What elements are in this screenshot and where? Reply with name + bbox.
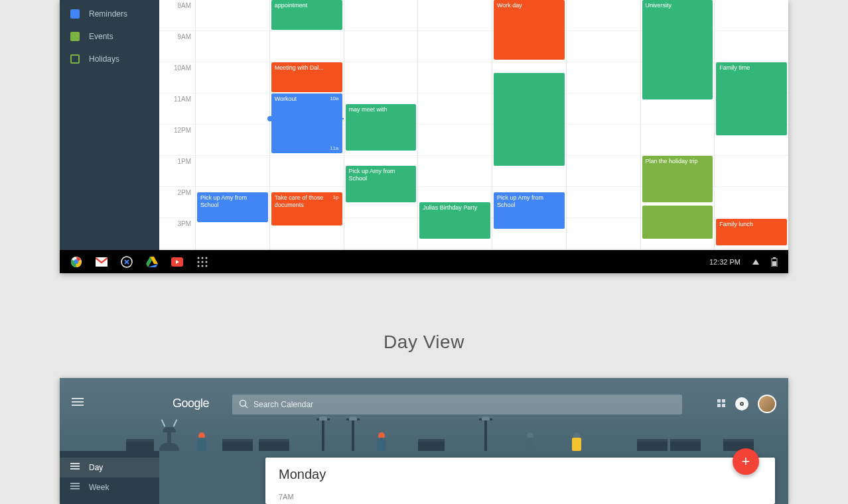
calendar-event[interactable]: Julias Birthday Party	[419, 202, 490, 239]
time-label: 9AM	[159, 31, 195, 62]
browser-icon[interactable]	[121, 256, 133, 268]
event-title: may meet with	[349, 106, 413, 113]
day-column[interactable]: Work dayPick up Amy from School	[492, 0, 567, 250]
hamburger-menu-icon[interactable]	[72, 398, 84, 406]
create-event-fab[interactable]: +	[733, 448, 759, 475]
person-icon	[571, 432, 583, 451]
day-columns: Pick up Amy from SchoolappointmentMeetin…	[196, 0, 788, 250]
fountain-icon	[156, 419, 182, 451]
calendar-event[interactable]	[642, 206, 713, 239]
sidebar-label: Reminders	[89, 9, 127, 19]
time-label: 12PM	[159, 125, 195, 156]
day-view-main: + Monday 7AM	[159, 451, 788, 504]
sidebar-label: Week	[89, 483, 109, 492]
day-icon	[70, 463, 80, 472]
calendar-event[interactable]: Pick up Amy from School	[346, 166, 417, 202]
day-column[interactable]: Pick up Amy from School	[196, 0, 270, 250]
svg-point-18	[240, 400, 246, 406]
svg-rect-16	[773, 257, 776, 259]
sidebar-item-events[interactable]: Events	[60, 25, 159, 48]
sidebar-item-holidays[interactable]: Holidays	[60, 48, 159, 70]
calendar-event[interactable]: Pick up Amy from School	[197, 192, 268, 222]
svg-point-13	[202, 265, 204, 267]
event-title: Pick up Amy from School	[349, 168, 413, 182]
day-column[interactable]: appointmentMeeting with Dal...Workout10a…	[270, 0, 344, 250]
event-time: 10a	[330, 95, 338, 102]
event-title: Plan the holiday trip	[646, 158, 710, 165]
time-label: 8AM	[159, 0, 195, 31]
calendar-event[interactable]	[494, 73, 565, 166]
time-label: 10AM	[159, 62, 195, 94]
apps-grid-icon[interactable]	[196, 256, 208, 268]
svg-point-6	[198, 257, 200, 259]
battery-icon[interactable]	[771, 257, 778, 267]
event-title: Pick up Amy from School	[200, 194, 265, 209]
event-title: Family lunch	[719, 221, 784, 228]
decorative-street	[60, 406, 788, 451]
time-label: 2PM	[159, 187, 195, 218]
calendar-event[interactable]: Pick up Amy from School	[494, 192, 565, 229]
calendar-event[interactable]: Meeting with Dal...	[271, 62, 342, 92]
current-time-indicator	[270, 118, 344, 119]
checkbox-icon	[70, 54, 80, 64]
time-column: 8AM9AM10AM11AM12PM1PM2PM3PM	[159, 0, 196, 250]
calendar-event[interactable]: Family lunch	[716, 219, 787, 245]
calendar-event[interactable]: Plan the holiday trip	[642, 156, 713, 202]
sidebar-label: Holidays	[89, 54, 119, 64]
svg-point-12	[198, 265, 200, 267]
day-column[interactable]	[567, 0, 641, 250]
calendar-sidebar: Reminders Events Holidays	[60, 0, 159, 273]
taskbar-clock[interactable]: 12:32 PM	[709, 258, 741, 266]
sidebar-item-reminders[interactable]: Reminders	[60, 3, 159, 25]
calendar-event[interactable]: University	[642, 0, 713, 99]
day-column[interactable]: may meet withPick up Amy from School	[344, 0, 419, 250]
event-title: Meeting with Dal...	[275, 64, 339, 72]
checkbox-icon	[70, 9, 80, 19]
day-view-window: — ☐ ✕ Google Search Calendar	[60, 378, 788, 504]
svg-point-14	[206, 265, 208, 267]
chrome-icon[interactable]	[70, 256, 82, 268]
day-time-label: 7AM	[279, 493, 762, 501]
calendar-event[interactable]: Family time	[716, 62, 787, 135]
calendar-event[interactable]: appointment	[271, 0, 342, 30]
sidebar-item-week[interactable]: Week	[60, 477, 159, 497]
day-column[interactable]: UniversityPlan the holiday trip	[641, 0, 715, 250]
event-title: Julias Birthday Party	[423, 204, 487, 212]
day-title: Monday	[279, 467, 762, 482]
event-title: University	[646, 2, 710, 9]
event-title: appointment	[275, 2, 339, 9]
svg-rect-17	[772, 261, 776, 266]
svg-point-10	[202, 261, 204, 263]
event-title: Pick up Amy from School	[497, 194, 561, 209]
time-label: 11AM	[159, 94, 195, 125]
taskbar-apps	[70, 256, 208, 268]
checkbox-icon	[70, 32, 80, 41]
sidebar-item-day[interactable]: Day	[60, 458, 159, 477]
gmail-icon[interactable]	[96, 256, 107, 268]
calendar-event[interactable]: may meet with	[346, 104, 417, 151]
day-column[interactable]: Family timeFamily lunch	[715, 0, 788, 250]
time-label: 3PM	[159, 218, 195, 249]
calendar-event[interactable]: Work day	[494, 0, 565, 60]
header-illustration: Google Search Calendar	[60, 378, 788, 451]
youtube-icon[interactable]	[171, 256, 183, 268]
event-subtime: 11a	[330, 145, 338, 152]
svg-point-2	[74, 260, 78, 264]
calendar-event[interactable]: Workout10a11a	[271, 94, 342, 153]
svg-point-11	[206, 261, 208, 263]
day-view-sidebar: Day Week	[60, 451, 159, 504]
svg-point-9	[198, 261, 200, 263]
event-title: Work day	[497, 2, 561, 9]
week-view-window: Reminders Events Holidays 8AM9AM10AM11AM…	[60, 0, 788, 273]
day-column[interactable]: Julias Birthday Party	[418, 0, 492, 250]
sidebar-label: Day	[89, 463, 103, 472]
wifi-icon[interactable]	[752, 259, 759, 265]
time-label: 1PM	[159, 156, 195, 187]
event-title: Workout	[275, 95, 339, 103]
section-heading: Day View	[0, 332, 848, 353]
calendar-event[interactable]: Take care of those documents1p	[271, 192, 342, 225]
drive-icon[interactable]	[146, 256, 158, 268]
chromeos-taskbar: 12:32 PM	[60, 250, 788, 273]
person-icon	[524, 432, 536, 451]
svg-point-7	[202, 257, 204, 259]
